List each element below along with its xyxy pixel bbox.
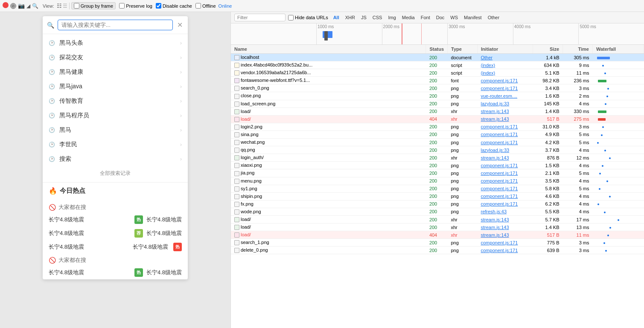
table-row[interactable]: wechat.png200pngcomponent.js:1714.2 KB5 … [231,139,644,146]
initiator-link[interactable]: component.js:171 [481,124,518,129]
table-row[interactable]: fx.png200pngcomponent.js:1716.2 KB4 ms [231,200,644,208]
table-row[interactable]: search_1.png200pngcomponent.js:171775 B3… [231,239,644,247]
online-badge[interactable]: Online [217,3,234,9]
hot-item[interactable]: 长宁4.8级地震 热 长宁4.8级地震 [43,266,188,279]
initiator-link[interactable]: stream.js:143 [481,225,509,230]
row-initiator[interactable]: component.js:171 [478,247,533,254]
list-item[interactable]: 🕑 黑马java › [43,79,188,94]
col-time-header[interactable]: Time [563,45,593,54]
row-initiator[interactable]: component.js:171 [478,192,533,200]
row-initiator[interactable]: component.js:171 [478,139,533,146]
table-row[interactable]: index.4fabcd46bc0f939c52a2.bu...200scrip… [231,61,644,69]
row-initiator[interactable]: component.js:171 [478,162,533,169]
table-row[interactable]: load/404xhrstream.js:143517 B11 ms [231,231,644,239]
table-row[interactable]: wode.png200pngrefresh.js:435.5 KB4 ms [231,208,644,215]
initiator-link[interactable]: stream.js:143 [481,232,509,238]
row-initiator[interactable]: component.js:171 [478,169,533,177]
row-initiator[interactable]: Other [478,54,533,61]
initiator-link[interactable]: component.js:171 [481,163,518,168]
row-initiator[interactable]: stream.js:143 [478,115,533,123]
initiator-link[interactable]: component.js:171 [481,78,518,83]
list-item[interactable]: 🕑 搜索 › [43,152,188,166]
row-initiator[interactable]: component.js:171 [478,131,533,138]
camera-button[interactable]: 📷 [18,3,25,9]
initiator-link[interactable]: Other [481,55,493,60]
table-row[interactable]: sina.png200pngcomponent.js:1714.9 KB5 ms [231,131,644,138]
filter-input[interactable] [234,14,286,21]
col-initiator-header[interactable]: Initiator [478,45,533,54]
initiator-link[interactable]: stream.js:143 [481,217,509,222]
table-row[interactable]: sy1.png200pngcomponent.js:1715.8 KB5 ms [231,185,644,192]
table-row[interactable]: load/404xhrstream.js:143517 B275 ms [231,115,644,123]
close-button[interactable]: ✕ [176,20,184,30]
table-row[interactable]: load/200xhrstream.js:1435.7 KB17 ms [231,215,644,223]
initiator-link[interactable]: stream.js:143 [481,109,509,114]
row-initiator[interactable]: lazyload.js:33 [478,100,533,107]
view-list-icon[interactable]: ☰ [63,3,67,9]
table-row[interactable]: load_screen.png200pnglazyload.js:33145 K… [231,100,644,107]
type-ws-button[interactable]: WS [448,15,460,20]
initiator-link[interactable]: component.js:171 [481,171,518,176]
col-type-header[interactable]: Type [448,45,478,54]
list-item[interactable]: 🕑 黑马健康 › [43,65,188,79]
initiator-link[interactable]: component.js:171 [481,194,518,199]
row-initiator[interactable]: component.js:171 [478,123,533,131]
table-row[interactable]: jia.png200pngcomponent.js:1712.1 KB5 ms [231,169,644,177]
table-row[interactable]: login_auth/200xhrstream.js:143876 B12 ms [231,154,644,162]
row-initiator[interactable]: stream.js:143 [478,154,533,162]
record-button[interactable] [3,2,9,9]
disable-cache-input[interactable] [156,3,161,9]
hot-item[interactable]: 长宁4.8级地震 长宁4.8级地震 热 [43,240,188,254]
list-item[interactable]: 🕑 黑马头条 › [43,36,188,50]
table-row[interactable]: login2.png200pngcomponent.js:17131.0 KB3… [231,123,644,131]
row-initiator[interactable]: (index) [478,69,533,77]
type-img-button[interactable]: Img [385,15,398,20]
row-initiator[interactable]: vue-router.esm.... [478,92,533,100]
search-input[interactable] [58,20,173,30]
row-initiator[interactable]: stream.js:143 [478,224,533,231]
type-media-button[interactable]: Media [399,15,417,20]
disable-cache-checkbox[interactable]: Disable cache [156,3,192,9]
table-row[interactable]: localhost200documentOther1.4 kB305 ms [231,54,644,61]
initiator-link[interactable]: lazyload.js:33 [481,101,510,106]
group-by-frame-input[interactable] [74,3,79,9]
list-item[interactable]: 🕑 黑马 › [43,123,188,137]
filter-button[interactable]: ◢ [26,3,30,9]
initiator-link[interactable]: component.js:171 [481,186,518,191]
initiator-link[interactable]: component.js:171 [481,240,518,245]
table-row[interactable]: xiaoxi.png200pngcomponent.js:1711.5 KB4 … [231,162,644,169]
offline-input[interactable] [195,3,201,9]
table-row[interactable]: load/200xhrstream.js:1431.4 KB13 ms [231,224,644,231]
preserve-log-input[interactable] [119,3,125,9]
type-manifest-button[interactable]: Manifest [461,15,484,20]
initiator-link[interactable]: lazyload.js:33 [481,148,510,153]
initiator-link[interactable]: component.js:171 [481,201,518,206]
table-row[interactable]: search_0.png200pngcomponent.js:1713.4 KB… [231,84,644,92]
initiator-link[interactable]: component.js:171 [481,178,518,183]
type-doc-button[interactable]: Doc [434,15,447,20]
type-js-button[interactable]: JS [358,15,369,20]
offline-checkbox[interactable]: Offline [195,3,216,9]
type-all-button[interactable]: All [331,15,342,20]
row-initiator[interactable]: component.js:171 [478,77,533,84]
type-css-button[interactable]: CSS [370,15,385,20]
view-grid-icon[interactable]: ☷ [57,3,62,9]
initiator-link[interactable]: component.js:171 [481,248,518,253]
group-by-frame-checkbox[interactable]: Group by frame [71,2,116,9]
row-initiator[interactable]: component.js:171 [478,200,533,208]
search-button[interactable]: 🔍 [32,3,38,9]
row-initiator[interactable]: stream.js:143 [478,215,533,223]
table-row[interactable]: qq.png200pnglazyload.js:333.7 KB4 ms [231,146,644,154]
table-row[interactable]: vendor.106539abafa21725da6b...200script(… [231,69,644,77]
col-size-header[interactable]: Size [533,45,563,54]
table-row[interactable]: delete_0.png200pngcomponent.js:171639 B3… [231,247,644,254]
list-item[interactable]: 🕑 黑马程序员 › [43,108,188,123]
type-xhr-button[interactable]: XHR [343,15,358,20]
initiator-link[interactable]: component.js:171 [481,86,518,91]
hide-data-urls-input[interactable] [288,15,294,20]
table-row[interactable]: load/200xhrstream.js:1431.4 KB330 ms [231,107,644,115]
initiator-link[interactable]: component.js:171 [481,140,518,145]
list-item[interactable]: 🕑 传智教育 › [43,94,188,108]
preserve-log-checkbox[interactable]: Preserve log [119,3,152,9]
table-row[interactable]: close.png200pngvue-router.esm....1.6 KB2… [231,92,644,100]
